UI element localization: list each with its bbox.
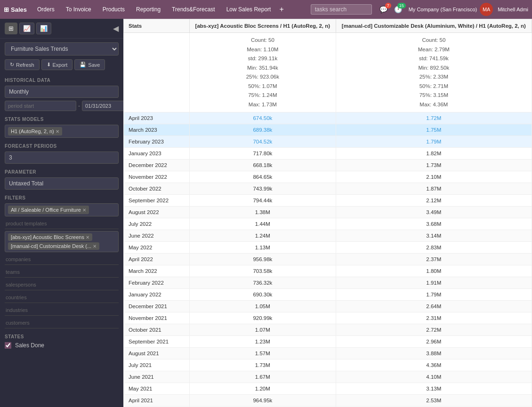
table-row: March 2023 689.38k 1.75M	[124, 124, 532, 136]
row-date: September 2021	[124, 336, 190, 348]
table-row: March 2022 703.58k 1.80M	[124, 265, 532, 277]
table-row: November 2022 864.65k 2.10M	[124, 171, 532, 183]
row-val1: 1.23M	[190, 336, 336, 348]
row-val1: 1.73M	[190, 359, 336, 371]
row-val2: 2.37M	[336, 254, 532, 265]
table-row: July 2022 1.44M 3.68M	[124, 218, 532, 230]
table-row: February 2023 704.52k 1.79M	[124, 136, 532, 148]
row-date: May 2021	[124, 383, 190, 395]
row-val2: 1.75M	[336, 124, 532, 136]
product-templates-input[interactable]	[5, 218, 119, 229]
save-icon: 💾	[80, 62, 86, 68]
table-row: January 2022 690.30k 1.79M	[124, 289, 532, 301]
avatar: MA	[480, 3, 493, 16]
row-date[interactable]: February 2023	[124, 136, 190, 148]
parameter-input[interactable]	[5, 177, 119, 190]
period-start-input[interactable]	[5, 101, 76, 111]
user-name: Mitchell Admi	[498, 7, 528, 12]
row-val1: 704.52k	[190, 136, 336, 148]
row-val2: 2.10M	[336, 171, 532, 183]
nav-low-sales-report[interactable]: Low Sales Report	[222, 4, 276, 15]
row-date: November 2021	[124, 312, 190, 324]
table-row: January 2023 717.80k 1.82M	[124, 148, 532, 160]
row-val2: 1.91M	[336, 277, 532, 289]
remove-template-tag2-button[interactable]: ✕	[93, 244, 97, 249]
forecast-periods-section: FORECAST PERIODS	[0, 140, 123, 166]
save-button[interactable]: 💾 Save	[74, 59, 105, 70]
row-date: December 2022	[124, 160, 190, 171]
table-row: April 2021 964.95k 2.53M	[124, 395, 532, 407]
forecast-periods-input[interactable]	[5, 152, 119, 164]
add-menu-button[interactable]: +	[277, 5, 285, 14]
row-val2: 2.96M	[336, 336, 532, 348]
stats-row: Count: 50Mean: 1.10Mstd: 299.11kMin: 351…	[124, 33, 532, 112]
stats-col2: Count: 50Mean: 2.79Mstd: 741.59kMin: 892…	[336, 33, 532, 112]
remove-template-tag1-button[interactable]: ✕	[86, 235, 89, 240]
row-date[interactable]: April 2023	[124, 112, 190, 124]
export-button[interactable]: ⬇ Export	[41, 59, 73, 70]
right-icons-group: 💬7 🕐15 My Company (San Francisco) MA Mit…	[378, 3, 528, 16]
customers-input[interactable]	[5, 318, 119, 328]
nav-reporting[interactable]: Reporting	[131, 4, 165, 15]
row-date: April 2022	[124, 254, 190, 265]
row-val1: 1.07M	[190, 324, 336, 336]
sidebar: ⊞ 📈 📊 ◀ Furniture Sales Trends ↻ Refresh…	[0, 19, 123, 407]
sales-done-checkbox[interactable]	[5, 342, 11, 349]
period-end-input[interactable]	[82, 101, 123, 111]
row-val1: 689.38k	[190, 124, 336, 136]
discuss-icon[interactable]: 💬7	[378, 5, 389, 14]
activity-icon[interactable]: 🕐15	[392, 5, 404, 14]
countries-input[interactable]	[5, 292, 119, 303]
table-row: October 2021 1.07M 2.72M	[124, 324, 532, 336]
table-view-button[interactable]: ⊞	[5, 23, 17, 34]
row-date: June 2022	[124, 230, 190, 242]
table-row: February 2022 736.32k 1.91M	[124, 277, 532, 289]
salespersons-input[interactable]	[5, 279, 119, 290]
nav-trends-forecast[interactable]: Trends&Forecast	[167, 4, 220, 15]
row-val1: 964.95k	[190, 395, 336, 407]
row-val2: 1.79M	[336, 136, 532, 148]
row-val1: 743.99k	[190, 183, 336, 195]
search-input[interactable]	[311, 4, 372, 15]
col1-header: [abs-xyz] Acoustic Bloc Screens / H1 (Au…	[190, 19, 336, 33]
refresh-button[interactable]: ↻ Refresh	[5, 59, 40, 70]
dataset-selector[interactable]: Furniture Sales Trends	[5, 42, 119, 56]
teams-input[interactable]	[5, 267, 119, 278]
historical-data-title: HISTORICAL DATA	[5, 78, 119, 83]
filter-tag-wrap[interactable]: All / Saleable / Office Furniture ✕	[5, 203, 119, 216]
remove-filter-tag-button[interactable]: ✕	[82, 207, 86, 213]
collapse-sidebar-button[interactable]: ◀	[113, 24, 119, 33]
top-navigation: ⊞ Sales Orders To Invoice Products Repor…	[0, 0, 532, 19]
parameter-title: PARAMETER	[5, 169, 119, 175]
row-val2: 2.53M	[336, 395, 532, 407]
data-table-wrap: Stats [abs-xyz] Acoustic Bloc Screens / …	[123, 19, 532, 407]
row-val2: 2.72M	[336, 324, 532, 336]
row-date: April 2021	[124, 395, 190, 407]
industries-input[interactable]	[5, 305, 119, 316]
nav-orders[interactable]: Orders	[32, 4, 59, 15]
filters-title: FILTERS	[5, 195, 119, 200]
table-row: April 2023 674.50k 1.72M	[124, 112, 532, 124]
row-date: November 2022	[124, 171, 190, 183]
bar-chart-button[interactable]: 📊	[36, 23, 51, 34]
table-row: June 2022 1.24M 3.14M	[124, 230, 532, 242]
stats-model-input[interactable]: H1 (AutoReg, 2, n) ✕	[5, 125, 119, 138]
nav-products[interactable]: Products	[98, 4, 129, 15]
line-chart-button[interactable]: 📈	[19, 23, 34, 34]
template-tags-wrap[interactable]: [abs-xyz] Acoustic Bloc Screens ✕ [manua…	[5, 231, 119, 252]
row-date[interactable]: March 2023	[124, 124, 190, 136]
dataset-selector-wrap: Furniture Sales Trends	[0, 39, 123, 59]
row-date: October 2021	[124, 324, 190, 336]
row-val1: 920.99k	[190, 312, 336, 324]
row-val2: 1.87M	[336, 183, 532, 195]
period-input[interactable]	[5, 86, 119, 98]
row-val2: 3.88M	[336, 348, 532, 359]
row-val1: 736.32k	[190, 277, 336, 289]
table-row: October 2022 743.99k 1.87M	[124, 183, 532, 195]
remove-stats-model-button[interactable]: ✕	[56, 129, 59, 134]
companies-input[interactable]	[5, 254, 119, 265]
parameter-section: PARAMETER	[0, 166, 123, 192]
row-val2: 2.31M	[336, 312, 532, 324]
sales-done-label: Sales Done	[15, 342, 44, 349]
nav-to-invoice[interactable]: To Invoice	[61, 4, 96, 15]
